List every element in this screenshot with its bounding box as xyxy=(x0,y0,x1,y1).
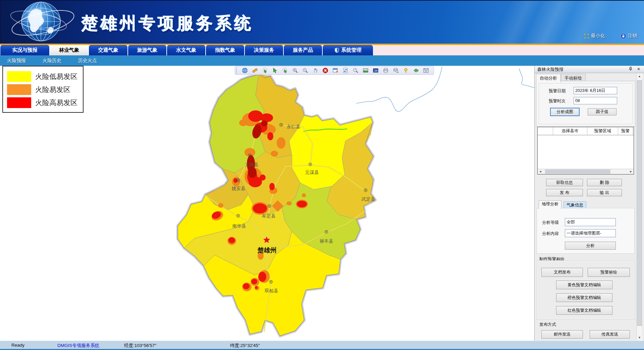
publish-button[interactable]: 发 布 xyxy=(546,189,583,196)
yellow-doc-button[interactable]: 黄色预警文档编辑 xyxy=(556,281,612,289)
tab-geo-analysis[interactable]: 地理分析 xyxy=(539,200,561,209)
back-tool-button[interactable] xyxy=(411,67,421,74)
select-lasso-tool-button[interactable] xyxy=(280,67,290,74)
measure-tool-button[interactable] xyxy=(250,67,260,74)
panel-title: 森林火险预报 xyxy=(537,66,564,72)
refresh-icon xyxy=(342,67,348,73)
tab-5[interactable]: 水文气象 xyxy=(167,45,206,55)
export-button[interactable]: 输 出 xyxy=(587,189,622,196)
image-tool-button[interactable] xyxy=(361,67,371,74)
county-seat-icon-dot xyxy=(310,164,311,165)
warn-time-combo[interactable]: 08 xyxy=(574,97,617,104)
map-toolbar: ? xyxy=(235,66,434,75)
minimize-button[interactable]: 最小化 xyxy=(584,33,605,39)
submenu-item-1[interactable]: 火险预报 xyxy=(7,58,26,64)
status-latitude: 纬度:25°32'45" xyxy=(230,343,260,349)
warn-plot-button[interactable]: 预警标绘 xyxy=(588,268,630,277)
zoom-in-tool-button[interactable] xyxy=(290,67,300,74)
county-label: 姚安县 xyxy=(231,186,246,191)
tab-3[interactable]: 交通气象 xyxy=(89,45,128,55)
hscroll-thumb[interactable] xyxy=(545,169,610,174)
legend-label: 火险高易发区 xyxy=(35,98,77,107)
toolbar-grip[interactable] xyxy=(236,67,238,73)
tab-label: 服务产品 xyxy=(293,47,313,53)
panel-titlebar: 森林火险预报 ✕ xyxy=(535,66,644,73)
warn-date-combo[interactable]: 2023年 6月16日 xyxy=(574,87,617,94)
analyze-map-button[interactable]: 分析成图 xyxy=(550,108,580,116)
select-circle-tool-button[interactable] xyxy=(260,67,270,74)
tab-8[interactable]: 服务产品 xyxy=(283,45,322,55)
table-header-4: 预警 xyxy=(618,127,633,135)
tab-7[interactable]: 决策服务 xyxy=(245,45,283,55)
tab-auto-analysis[interactable]: 自动分析 xyxy=(536,74,561,83)
county-label: 南华县 xyxy=(232,223,246,229)
email-send-button[interactable]: 邮件发送 xyxy=(541,330,583,339)
county-label: 元谋县 xyxy=(305,170,319,175)
tab-9[interactable]: 系统管理 xyxy=(322,45,373,55)
print-preview-tool-button[interactable] xyxy=(391,67,401,74)
select-circle-icon xyxy=(262,67,268,73)
tab-4[interactable]: 旅游气象 xyxy=(128,45,167,55)
table-hscrollbar[interactable]: ◄ ► xyxy=(538,169,634,174)
analysis-content-combo[interactable]: 一请选择地理图层- xyxy=(565,229,616,237)
legend-row: 火险易发区 xyxy=(7,84,83,95)
lock-icon xyxy=(621,33,626,39)
analysis-level-value: 全部 xyxy=(565,219,610,225)
submenu-item-2[interactable]: 火险历史 xyxy=(43,58,61,64)
tab-2[interactable]: 林业气象 xyxy=(50,45,89,55)
print-tool-button[interactable] xyxy=(381,67,391,74)
factor-value-button[interactable]: 因子值 xyxy=(588,108,616,115)
analysis-level-combo[interactable]: 全部 xyxy=(565,218,616,226)
main-tabbar: 实况与预报林业气象交通气象旅游气象水文气象指数气象决策服务服务产品系统管理 xyxy=(0,45,644,55)
pan-tool-button[interactable] xyxy=(310,67,320,74)
shield-icon xyxy=(334,47,339,53)
status-bar: Ready DMGIS专项服务系统 经度:103°56'57" 纬度:25°32… xyxy=(0,341,644,350)
scroll-left-icon[interactable]: ◄ xyxy=(538,169,543,174)
warning-table-header: 选择县市预警区域预警 xyxy=(538,127,634,135)
analysis-level-label: 分析等级 xyxy=(542,220,559,226)
get-info-button[interactable]: 获取信息 xyxy=(546,179,583,186)
status-system-link[interactable]: DMGIS专项服务系统 xyxy=(57,343,99,349)
back-icon xyxy=(413,67,419,73)
warning-table[interactable]: 选择县市预警区域预警 ◄ ► xyxy=(537,127,634,174)
scroll-right-icon[interactable]: ► xyxy=(628,169,634,174)
fax-send-button[interactable]: 传真发送 xyxy=(590,330,630,339)
county-label: 牟定县 xyxy=(262,213,276,218)
red-doc-button[interactable]: 红色预警文档编辑 xyxy=(556,306,612,315)
tab-1[interactable]: 实况与预报 xyxy=(0,45,50,55)
identify-tool-button[interactable]: ? xyxy=(351,67,361,74)
map-canvas[interactable]: 永仁县大姚县元谋县姚安县武定县牟定县南华县禄丰县双柏县楚雄州 火险低易发区火险易… xyxy=(0,66,534,341)
analyze-button[interactable]: 分析 xyxy=(565,242,616,250)
extent-tool-button[interactable] xyxy=(330,67,340,74)
extent-icon xyxy=(332,67,338,73)
scroll-up-icon[interactable]: ▲ xyxy=(637,73,642,79)
overview-tool-button[interactable] xyxy=(371,67,381,74)
delete-button[interactable]: 删 除 xyxy=(587,179,622,186)
analysis-content-label: 分析内容 xyxy=(542,231,559,237)
pin-icon[interactable] xyxy=(628,67,633,71)
measure-icon xyxy=(252,67,258,73)
scroll-down-icon[interactable]: ▼ xyxy=(637,335,642,341)
svg-text:?: ? xyxy=(354,68,356,71)
doc-publish-button[interactable]: 文档发布 xyxy=(541,268,583,277)
zoom-out-tool-button[interactable] xyxy=(300,67,310,74)
globe-tool-button[interactable] xyxy=(240,67,250,74)
logout-button[interactable]: 注销 xyxy=(621,33,637,39)
vscroll-thumb[interactable] xyxy=(637,80,642,326)
close-icon[interactable]: ✕ xyxy=(636,67,641,71)
tab-6[interactable]: 指数气象 xyxy=(206,45,245,55)
layout-tool-button[interactable] xyxy=(421,67,431,74)
legend-row: 火险低易发区 xyxy=(7,71,83,82)
marker-tool-button[interactable] xyxy=(401,67,411,74)
submenu-item-3[interactable]: 历史火点 xyxy=(78,58,97,64)
panel-vscrollbar[interactable]: ▲ ▼ xyxy=(636,73,642,341)
tab-label: 旅游气象 xyxy=(137,47,157,53)
clear-tool-button[interactable] xyxy=(320,67,330,74)
county-seat-icon-dot xyxy=(270,281,271,282)
select-arrow-tool-button[interactable] xyxy=(270,67,280,74)
app-title: 楚雄州专项服务系统 xyxy=(81,12,253,35)
zoom-in-icon xyxy=(292,67,298,73)
refresh-tool-button[interactable] xyxy=(340,67,351,74)
orange-doc-button[interactable]: 橙色预警文档编辑 xyxy=(556,293,612,302)
county-label: 大姚县 xyxy=(245,162,259,167)
